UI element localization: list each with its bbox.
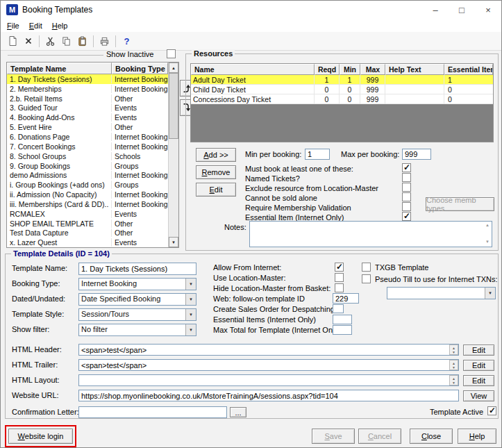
add-resource-button[interactable]: Add >> (196, 148, 236, 162)
close-button[interactable]: × (475, 1, 501, 19)
template-active-checkbox[interactable] (487, 406, 496, 415)
resource-row[interactable]: Concessions Day Ticket 0 0 999 0 (191, 94, 493, 104)
column-header-max[interactable]: Max (360, 64, 385, 75)
create-sales-order-input[interactable] (333, 304, 344, 313)
must-book-checkbox[interactable] (402, 163, 411, 172)
require-membership-checkbox[interactable] (402, 202, 411, 211)
cancel-button[interactable]: Cancel (358, 429, 401, 444)
template-table-scrollbar[interactable]: ▲ ▼ (168, 63, 178, 247)
dropdown-arrow-icon[interactable]: ▼ (185, 279, 196, 290)
exclude-location-master-checkbox[interactable] (402, 183, 411, 192)
website-login-button[interactable]: Website login (8, 429, 73, 444)
help-toolbar-button[interactable]: ? (119, 33, 135, 49)
menu-edit[interactable]: Edit (24, 20, 47, 31)
html-trailer-input[interactable] (78, 359, 459, 371)
edit-resource-button[interactable]: Edit (196, 183, 236, 197)
template-row[interactable]: x. Lazer Quest Events (7, 238, 178, 247)
maximize-button[interactable]: □ (449, 1, 475, 19)
column-header-name[interactable]: Name (191, 64, 315, 75)
dropdown-arrow-icon[interactable]: ▼ (185, 309, 196, 320)
template-row[interactable]: 3. Guided Tour Events (7, 103, 178, 113)
confirmation-letter-browse-button[interactable]: ... (230, 407, 246, 417)
template-row[interactable]: 8. School Groups Schools (7, 151, 178, 161)
help-button[interactable]: Help (458, 429, 496, 444)
dropdown-arrow-icon[interactable]: ▼ (185, 294, 196, 305)
template-row[interactable]: SHOP EMAIL TEMPLATE Other (7, 219, 178, 229)
new-button[interactable] (4, 33, 20, 49)
cut-button[interactable] (42, 33, 58, 49)
scroll-down-icon[interactable]: ▼ (169, 237, 178, 247)
dated-undated-select[interactable]: Date Specified Booking ▼ (78, 293, 196, 306)
notes-scroll-up-icon[interactable]: ▲ (485, 223, 500, 227)
notes-scroll-down-icon[interactable]: ▼ (485, 240, 500, 244)
min-per-booking-input[interactable] (305, 149, 330, 160)
follow-on-template-input[interactable] (333, 293, 359, 304)
copy-button[interactable] (58, 33, 74, 49)
template-row[interactable]: Test Data Capture Other (7, 229, 178, 238)
allow-from-internet-checkbox[interactable] (335, 263, 344, 272)
scrollbar-thumb[interactable] (169, 73, 178, 139)
dropdown-arrow-icon[interactable]: ▼ (485, 288, 495, 299)
dropdown-arrow-icon[interactable]: ▼ (185, 324, 196, 335)
template-name-input[interactable] (78, 263, 196, 275)
column-header-min[interactable]: Min (340, 64, 360, 75)
column-header-template-name[interactable]: Template Name (7, 63, 112, 74)
essential-item-checkbox[interactable] (402, 212, 411, 221)
template-row[interactable]: 4. Booking Add-Ons Events (7, 113, 178, 122)
delete-button[interactable] (20, 33, 36, 49)
max-per-booking-input[interactable] (402, 149, 431, 160)
template-row[interactable]: ii. Admission (No Capacity) Internet Boo… (7, 190, 178, 199)
show-filter-select[interactable]: No filter ▼ (78, 324, 196, 336)
template-row[interactable]: demo Admissions Internet Booking (7, 170, 178, 180)
minimize-button[interactable]: – (422, 1, 449, 19)
essential-items-internet-input[interactable] (333, 315, 352, 324)
cannot-sold-alone-checkbox[interactable] (402, 192, 411, 201)
html-header-edit-button[interactable]: Edit (463, 345, 494, 356)
pseudo-till-select[interactable]: ▼ (387, 287, 496, 299)
template-row[interactable]: 9. Group Bookings Groups (7, 161, 178, 171)
website-url-input[interactable] (78, 390, 459, 401)
close-dialog-button[interactable]: Close (410, 429, 453, 444)
template-row[interactable]: i. Group Bookings (+add ons) Groups (7, 180, 178, 190)
resource-row[interactable]: Child Day Ticket 0 0 999 0 (191, 85, 493, 94)
txgb-template-checkbox[interactable] (362, 263, 371, 272)
notes-textarea[interactable] (249, 221, 492, 247)
template-row[interactable]: 6. Donations Page Internet Booking (7, 132, 178, 142)
remove-resource-button[interactable]: Remove (196, 165, 236, 179)
paste-button[interactable] (74, 33, 90, 49)
template-style-select[interactable]: Session/Tours ▼ (78, 308, 196, 321)
template-row[interactable]: 5. Event Hire Other (7, 122, 178, 132)
html-trailer-edit-button[interactable]: Edit (463, 360, 494, 371)
template-row[interactable]: 1. Day Tickets (Sessions) Internet Booki… (7, 74, 178, 84)
max-total-template-input[interactable] (333, 325, 352, 335)
column-header-reqd[interactable]: Reqd (315, 64, 340, 75)
column-header-help-text[interactable]: Help Text (385, 64, 444, 75)
named-tickets-checkbox[interactable] (402, 173, 411, 182)
template-row[interactable]: 2.b. Retail Items Other (7, 94, 178, 103)
html-layout-spinner[interactable]: ▲▼ (449, 375, 458, 385)
print-button[interactable] (97, 33, 112, 49)
save-button[interactable]: Save (312, 429, 355, 444)
resource-row[interactable]: Adult Day Ticket 1 1 999 1 (191, 75, 493, 85)
column-header-booking-type[interactable]: Booking Type (112, 63, 168, 74)
template-row[interactable]: 7. Concert Bookings Internet Booking (7, 142, 178, 151)
pseudo-till-checkbox[interactable] (362, 274, 371, 283)
scroll-up-icon[interactable]: ▲ (169, 63, 178, 73)
website-url-view-button[interactable]: View (463, 390, 494, 401)
choose-memb-types-button[interactable]: Choose memb types (426, 197, 494, 211)
html-header-spinner[interactable]: ▲▼ (449, 345, 458, 355)
template-row[interactable]: RCMALEX Events (7, 209, 178, 219)
column-header-essential-item[interactable]: Essential Item (444, 64, 493, 75)
menu-help[interactable]: Help (47, 20, 73, 31)
confirmation-letter-input[interactable] (78, 406, 227, 418)
use-location-master-checkbox[interactable] (335, 273, 344, 282)
show-inactive-checkbox[interactable] (167, 49, 176, 58)
template-row[interactable]: iii. Memberships (Card & DD).. Internet … (7, 199, 178, 209)
html-trailer-spinner[interactable]: ▲▼ (449, 360, 458, 370)
html-layout-input[interactable] (78, 374, 459, 386)
menu-file[interactable]: File (2, 20, 24, 31)
booking-type-select[interactable]: Internet Booking ▼ (78, 278, 196, 290)
template-row[interactable]: 2. Memberships Internet Booking (7, 84, 178, 94)
html-header-input[interactable] (78, 344, 459, 356)
html-layout-edit-button[interactable]: Edit (463, 375, 494, 386)
